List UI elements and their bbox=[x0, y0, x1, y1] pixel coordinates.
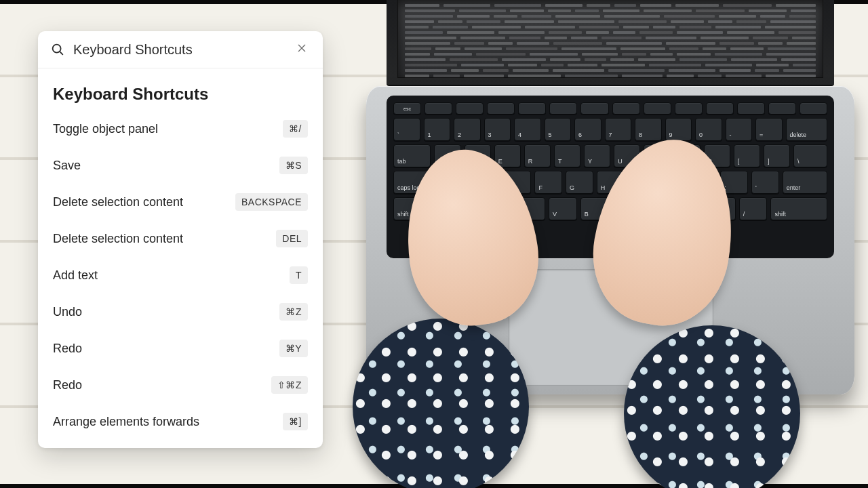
shortcut-row: Redo⌘Y bbox=[53, 330, 308, 367]
shortcut-row: Redo⇧⌘Z bbox=[53, 367, 308, 403]
key: 9 bbox=[665, 118, 692, 141]
key: ` bbox=[393, 118, 420, 141]
key: 0 bbox=[695, 118, 722, 141]
key bbox=[580, 102, 608, 115]
shortcut-row: Delete selection contentDEL bbox=[53, 220, 308, 257]
shortcut-label: Arrange elements forwards bbox=[53, 415, 199, 429]
key: ' bbox=[751, 171, 779, 194]
shortcut-keys: ⌘Z bbox=[279, 303, 308, 321]
panel-header: Keyboard Shortcuts bbox=[38, 31, 323, 68]
shortcut-keys: ⌘S bbox=[279, 157, 308, 174]
key bbox=[706, 102, 734, 115]
key: 6 bbox=[574, 118, 601, 141]
key: esc bbox=[393, 102, 421, 115]
key bbox=[675, 102, 703, 115]
search-icon bbox=[50, 42, 65, 57]
shortcut-row: Undo⌘Z bbox=[53, 293, 308, 330]
key: 4 bbox=[514, 118, 541, 141]
panel-header-title: Keyboard Shortcuts bbox=[73, 42, 285, 58]
shortcut-label: Add text bbox=[53, 268, 98, 283]
shortcut-row: Save⌘S bbox=[53, 147, 308, 184]
key: G bbox=[566, 171, 593, 194]
key bbox=[487, 102, 515, 115]
shortcut-row: Add textT bbox=[53, 257, 308, 293]
shortcut-keys: ⌘] bbox=[283, 413, 308, 430]
shortcuts-panel: Keyboard Shortcuts Keyboard Shortcuts To… bbox=[38, 31, 323, 448]
key: - bbox=[726, 118, 753, 141]
panel-body: Keyboard Shortcuts Toggle object panel⌘/… bbox=[38, 68, 323, 448]
laptop-screen bbox=[387, 0, 834, 86]
shortcut-keys: ⌘/ bbox=[283, 120, 308, 138]
shortcut-row: Arrange elements forwards⌘] bbox=[53, 403, 308, 440]
sleeve-left bbox=[353, 319, 529, 488]
shortcut-label: Delete selection content bbox=[53, 195, 183, 209]
section-title: Keyboard Shortcuts bbox=[53, 85, 308, 104]
key bbox=[612, 102, 640, 115]
key: enter bbox=[783, 171, 827, 194]
shortcut-keys: BACKSPACE bbox=[235, 193, 308, 211]
key: 5 bbox=[545, 118, 572, 141]
key: / bbox=[739, 197, 768, 220]
key: [ bbox=[734, 144, 760, 167]
key bbox=[518, 102, 546, 115]
stage: esc`1234567890-=deletetabQWERTYUIOP[]\ca… bbox=[0, 0, 868, 488]
key bbox=[456, 102, 484, 115]
key: tab bbox=[393, 144, 431, 167]
key: R bbox=[524, 144, 551, 167]
shortcut-row: Delete selection contentBACKSPACE bbox=[53, 184, 308, 220]
shortcuts-list: Toggle object panel⌘/Save⌘SDelete select… bbox=[53, 110, 308, 440]
svg-line-1 bbox=[60, 52, 62, 54]
key bbox=[644, 102, 671, 115]
shortcut-label: Delete selection content bbox=[53, 232, 183, 246]
close-button[interactable] bbox=[293, 41, 311, 58]
key: V bbox=[549, 197, 577, 220]
key: = bbox=[755, 118, 783, 141]
shortcut-row: Toggle object panel⌘/ bbox=[53, 110, 308, 147]
shortcut-keys: ⇧⌘Z bbox=[271, 376, 308, 394]
shortcut-label: Save bbox=[53, 159, 81, 173]
key bbox=[737, 102, 765, 115]
key: ] bbox=[764, 144, 790, 167]
key: shift bbox=[770, 197, 827, 220]
key: 1 bbox=[424, 118, 451, 141]
laptop-screen-content bbox=[397, 0, 823, 78]
key: 2 bbox=[454, 118, 481, 141]
key: \ bbox=[793, 144, 827, 167]
shortcut-keys: DEL bbox=[276, 230, 308, 247]
key bbox=[549, 102, 577, 115]
shortcut-label: Toggle object panel bbox=[53, 122, 158, 136]
shortcut-label: Redo bbox=[53, 378, 82, 392]
key bbox=[425, 102, 452, 115]
close-icon bbox=[296, 43, 307, 56]
key: 3 bbox=[484, 118, 511, 141]
key: 8 bbox=[635, 118, 662, 141]
shortcut-keys: T bbox=[290, 266, 308, 284]
key: F bbox=[534, 171, 562, 194]
shortcut-label: Redo bbox=[53, 342, 82, 356]
key bbox=[768, 102, 796, 115]
key: Y bbox=[584, 144, 610, 167]
shortcut-label: Undo bbox=[53, 305, 82, 319]
key: T bbox=[554, 144, 580, 167]
key bbox=[800, 102, 827, 115]
key: 7 bbox=[605, 118, 632, 141]
shortcut-keys: ⌘Y bbox=[279, 340, 308, 357]
key: delete bbox=[786, 118, 828, 141]
